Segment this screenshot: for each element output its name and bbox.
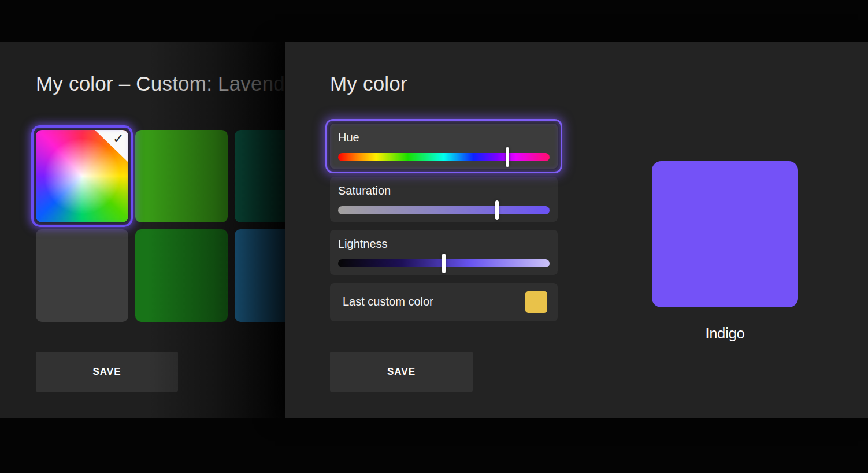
swatch-dark-green[interactable] xyxy=(135,229,228,322)
my-color-list-panel: My color – Custom: Lavender ✓ SAVE xyxy=(0,42,285,418)
my-color-edit-panel: My color Hue Saturation Lightness Last c… xyxy=(285,42,868,418)
saturation-slider-track[interactable] xyxy=(338,206,550,214)
lightness-label: Lightness xyxy=(338,237,388,251)
right-panel-title: My color xyxy=(330,72,407,95)
screen: My color – Custom: Lavender ✓ SAVE My co… xyxy=(0,0,868,473)
lightness-slider-track[interactable] xyxy=(338,259,550,267)
saturation-slider-card[interactable]: Saturation xyxy=(330,177,558,222)
last-custom-color-row[interactable]: Last custom color xyxy=(330,283,558,321)
last-custom-color-swatch xyxy=(525,291,547,313)
lightness-slider-card[interactable]: Lightness xyxy=(330,230,558,275)
swatch-teal[interactable] xyxy=(235,130,285,222)
hue-label: Hue xyxy=(338,131,359,144)
saturation-label: Saturation xyxy=(338,184,391,198)
focus-ring xyxy=(325,119,562,173)
last-custom-color-label: Last custom color xyxy=(343,295,433,308)
selected-corner-badge: ✓ xyxy=(95,130,128,162)
swatch-blue[interactable] xyxy=(235,229,285,322)
hue-slider-track[interactable] xyxy=(338,153,550,161)
checkmark-icon: ✓ xyxy=(113,132,124,146)
swatch-custom-color[interactable]: ✓ xyxy=(36,130,128,222)
hue-slider-card[interactable]: Hue xyxy=(330,124,558,169)
color-preview xyxy=(652,161,798,307)
color-preview-name: Indigo xyxy=(652,325,798,342)
hue-slider-thumb[interactable] xyxy=(506,147,509,167)
saturation-slider-thumb[interactable] xyxy=(495,200,499,220)
color-swatch-grid: ✓ xyxy=(36,130,285,322)
left-panel-title: My color – Custom: Lavender xyxy=(36,72,285,95)
swatch-green[interactable] xyxy=(135,130,228,222)
save-button-right[interactable]: SAVE xyxy=(330,352,473,392)
save-button-left[interactable]: SAVE xyxy=(36,352,178,392)
swatch-dark-gray[interactable] xyxy=(36,229,128,322)
lightness-slider-thumb[interactable] xyxy=(442,254,446,273)
